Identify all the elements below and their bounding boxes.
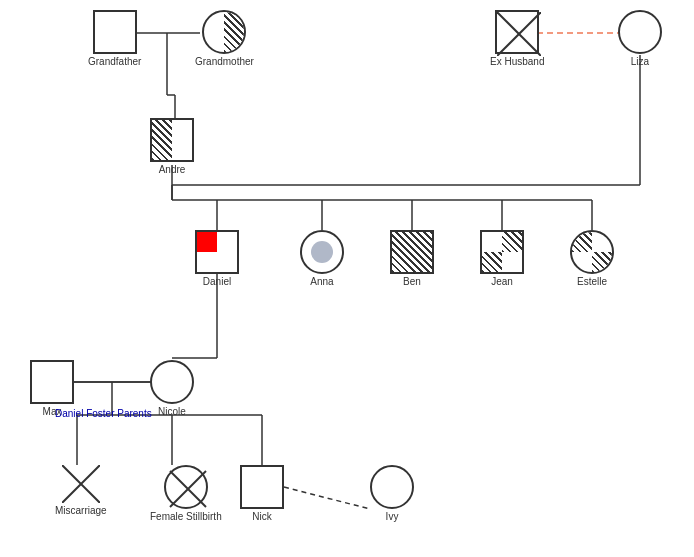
ivy-node: Ivy <box>370 465 414 522</box>
miscarriage-symbol <box>62 465 100 503</box>
andre-node: Andre <box>150 118 194 175</box>
max-symbol <box>30 360 74 404</box>
ivy-label: Ivy <box>386 511 399 522</box>
nicole-label: Nicole <box>158 406 186 417</box>
grandmother-node: Grandmother <box>195 10 254 67</box>
nicole-symbol <box>150 360 194 404</box>
nick-label: Nick <box>252 511 271 522</box>
andre-symbol <box>150 118 194 162</box>
estelle-label: Estelle <box>577 276 607 287</box>
jean-label: Jean <box>491 276 513 287</box>
genogram-canvas: Grandfather Grandmother Ex Husband Liza … <box>0 0 694 557</box>
ivy-symbol <box>370 465 414 509</box>
ben-node: Ben <box>390 230 434 287</box>
daniel-label: Daniel <box>203 276 231 287</box>
grandfather-node: Grandfather <box>88 10 141 67</box>
nicole-node: Nicole <box>150 360 194 417</box>
nick-node: Nick <box>240 465 284 522</box>
anna-node: Anna <box>300 230 344 287</box>
nick-symbol <box>240 465 284 509</box>
female-stillbirth-node: Female Stillbirth <box>150 465 222 522</box>
grandmother-symbol <box>202 10 246 54</box>
estelle-node: Estelle <box>570 230 614 287</box>
ex-husband-node: Ex Husband <box>490 10 544 67</box>
miscarriage-label: Miscarriage <box>55 505 107 516</box>
daniel-symbol <box>195 230 239 274</box>
foster-parents-label: Daniel Foster Parents <box>55 408 152 419</box>
ex-husband-symbol <box>495 10 539 54</box>
grandfather-label: Grandfather <box>88 56 141 67</box>
female-stillbirth-symbol <box>164 465 208 509</box>
anna-label: Anna <box>310 276 333 287</box>
grandmother-label: Grandmother <box>195 56 254 67</box>
anna-symbol <box>300 230 344 274</box>
ben-symbol <box>390 230 434 274</box>
miscarriage-node: Miscarriage <box>55 465 107 516</box>
ben-label: Ben <box>403 276 421 287</box>
liza-symbol <box>618 10 662 54</box>
ex-husband-label: Ex Husband <box>490 56 544 67</box>
jean-node: Jean <box>480 230 524 287</box>
jean-symbol <box>480 230 524 274</box>
liza-node: Liza <box>618 10 662 67</box>
daniel-node: Daniel <box>195 230 239 287</box>
estelle-symbol <box>570 230 614 274</box>
grandfather-symbol <box>93 10 137 54</box>
female-stillbirth-label: Female Stillbirth <box>150 511 222 522</box>
svg-line-24 <box>284 487 370 509</box>
andre-label: Andre <box>159 164 186 175</box>
liza-label: Liza <box>631 56 649 67</box>
